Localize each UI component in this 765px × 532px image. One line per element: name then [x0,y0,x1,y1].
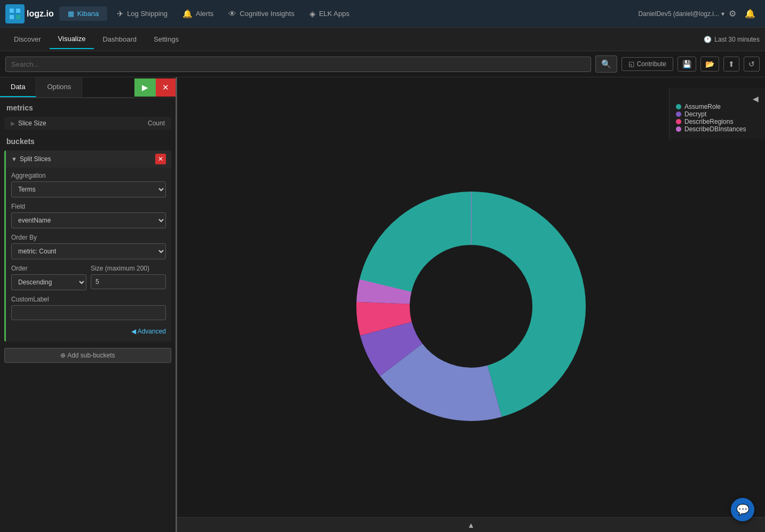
chart-area: ◀ AssumeRole Decrypt DescribeRegions Des… [177,77,765,532]
donut-chart [284,120,658,493]
tab-settings[interactable]: Settings [145,30,187,49]
elk-apps-icon: ◈ [309,9,316,19]
slice-size-label: Slice Size [18,120,148,127]
kibana-tab[interactable]: ▦ Kibana [59,6,107,21]
clock-icon: 🕐 [704,36,712,43]
tab-discover[interactable]: Discover [5,30,50,49]
split-slices-label: Split Slices [20,155,155,163]
tab-visualize[interactable]: Visualize [50,29,94,49]
user-info[interactable]: DanielDev5 (daniel@logz.i... ▾ [638,10,724,18]
notifications-button[interactable]: 🔔 [740,5,760,22]
svg-rect-1 [16,9,20,13]
split-slices-bucket: ▼ Split Slices ✕ Aggregation Terms Range… [4,150,171,342]
search-button[interactable]: 🔍 [595,55,617,73]
play-icon: ▶ [11,120,15,127]
main-content: Data Options ▶ ✕ metrics ▶ Slice Size Co… [0,77,765,532]
order-label: Order [11,265,86,272]
contribute-button[interactable]: ◱ Contribute [621,57,673,71]
svg-rect-2 [10,15,14,19]
legend-label-describedbinstances: DescribeDBInstances [684,125,746,133]
user-name: DanielDev5 (daniel@logz.i... [638,10,719,18]
chat-icon: 💬 [736,503,750,516]
share-button[interactable]: ⬆ [723,57,739,72]
buckets-title: buckets [0,132,176,148]
nav-item-log-shipping[interactable]: ✈ Log Shipping [109,6,175,22]
cancel-button[interactable]: ✕ [156,78,176,97]
logo-text: logz.io [27,9,54,19]
legend-item-describeregions: DescribeRegions [676,118,759,125]
cognitive-icon: 👁 [228,9,236,18]
chat-bubble[interactable]: 💬 [731,498,754,521]
collapse-legend-button[interactable]: ◀ [753,94,759,103]
expand-button[interactable]: ▲ [467,521,475,529]
aggregation-select[interactable]: Terms Range Filters Significant Terms [11,181,166,197]
left-panel: Data Options ▶ ✕ metrics ▶ Slice Size Co… [0,77,177,532]
nav-item-log-shipping-label: Log Shipping [127,10,168,18]
nav-right: DanielDev5 (daniel@logz.i... ▾ ⚙ 🔔 [638,5,760,22]
save-button[interactable]: 💾 [678,57,696,72]
order-by-group: Order By metric: Count Custom metric Alp… [11,234,166,259]
aggregation-label: Aggregation [11,172,166,179]
logzio-logo [5,4,25,23]
contribute-icon: ◱ [628,60,634,68]
field-label: Field [11,203,166,210]
alerts-icon: 🔔 [182,9,193,19]
custom-label-input[interactable] [11,305,166,320]
legend-panel: ◀ AssumeRole Decrypt DescribeRegions Des… [669,88,765,139]
nav-item-elk-apps[interactable]: ◈ ELK Apps [302,6,357,22]
top-nav: logz.io ▦ Kibana ✈ Log Shipping 🔔 Alerts… [0,0,765,28]
time-label: Last 30 minutes [714,36,760,43]
bottom-bar: ▲ [177,517,765,532]
load-button[interactable]: 📂 [700,57,719,72]
nav-item-cognitive-insights-label: Cognitive Insights [240,10,294,18]
order-select[interactable]: Descending Ascending [11,274,86,290]
field-group: Field eventName @timestamp level message [11,203,166,228]
settings-button[interactable]: ⚙ [724,5,740,22]
nav-item-alerts-label: Alerts [196,10,213,18]
panel-tabs: Data Options [0,77,134,98]
field-select[interactable]: eventName @timestamp level message [11,212,166,228]
panel-controls: Data Options ▶ ✕ [0,77,176,98]
svg-rect-0 [10,9,14,13]
order-by-label: Order By [11,234,166,241]
time-display[interactable]: 🕐 Last 30 minutes [704,36,760,43]
nav-item-alerts[interactable]: 🔔 Alerts [175,6,221,22]
kibana-label: Kibana [77,10,99,18]
panel-tab-data[interactable]: Data [0,77,36,97]
contribute-label: Contribute [637,60,666,68]
remove-bucket-button[interactable]: ✕ [155,154,166,164]
secondary-nav: Discover Visualize Dashboard Settings 🕐 … [0,28,765,51]
svg-rect-3 [16,15,20,19]
metrics-title: metrics [0,98,176,115]
add-sub-buckets-button[interactable]: ⊕ Add sub-buckets [4,348,171,363]
log-shipping-icon: ✈ [117,9,124,19]
legend-item-decrypt: Decrypt [676,110,759,118]
size-label: Size (maximum 200) [91,265,166,272]
bucket-toggle-icon: ▼ [11,156,17,162]
toolbar: 🔍 ◱ Contribute 💾 📂 ⬆ ↺ [0,51,765,77]
nav-item-elk-apps-label: ELK Apps [319,10,349,18]
legend-label-assumerole: AssumeRole [684,103,721,110]
legend-dot-decrypt [676,112,681,117]
order-col: Order Descending Ascending [11,265,86,296]
order-by-select[interactable]: metric: Count Custom metric Alphabetical [11,243,166,259]
refresh-button[interactable]: ↺ [744,57,760,72]
search-input[interactable] [5,57,591,72]
slice-size-value: Count [148,120,165,127]
tab-dashboard[interactable]: Dashboard [94,30,145,49]
legend-item-describedbinstances: DescribeDBInstances [676,125,759,133]
nav-item-cognitive-insights[interactable]: 👁 Cognitive Insights [221,6,302,21]
size-group: Size (maximum 200) [91,265,166,289]
kibana-icon: ▦ [68,10,74,18]
donut-svg [290,125,652,488]
run-button[interactable]: ▶ [134,78,156,97]
panel-tab-options[interactable]: Options [36,77,82,97]
size-input[interactable] [91,274,166,289]
aggregation-group: Aggregation Terms Range Filters Signific… [11,172,166,197]
advanced-link[interactable]: ◀ Advanced [11,325,166,337]
legend-label-decrypt: Decrypt [684,110,706,118]
order-group: Order Descending Ascending [11,265,86,290]
slice-size-row: ▶ Slice Size Count [4,117,171,130]
size-col: Size (maximum 200) [91,265,166,295]
legend-item-assumerole: AssumeRole [676,103,759,110]
